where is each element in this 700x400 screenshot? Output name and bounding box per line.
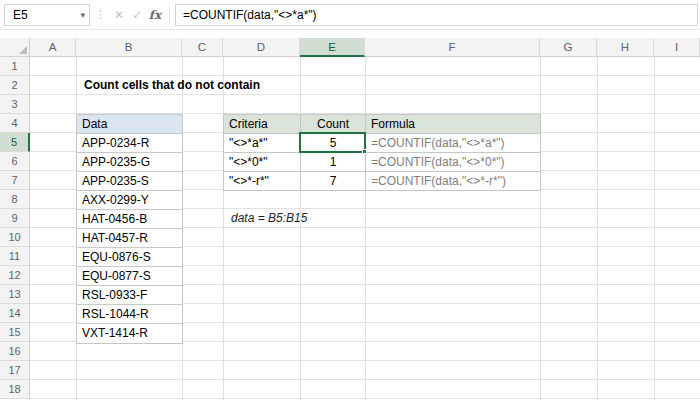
count-cell[interactable]: 1 (301, 153, 366, 172)
criteria-cell[interactable]: "<>*-r*" (224, 172, 301, 191)
row-header[interactable]: 14 (0, 304, 30, 323)
cell-area[interactable]: Count cells that do not contain Data APP… (30, 57, 700, 400)
data-cell[interactable]: APP-0235-S (77, 172, 182, 191)
data-cell[interactable]: EQU-0877-S (77, 267, 182, 286)
formula-cell[interactable]: =COUNTIF(data,"<>*-r*") (366, 172, 541, 191)
table-row: "<>*-r*" 7 =COUNTIF(data,"<>*-r*") (224, 172, 541, 191)
formula-cell[interactable]: =COUNTIF(data,"<>*a*") (366, 134, 541, 153)
data-cell[interactable]: EQU-0876-S (77, 248, 182, 267)
data-cell[interactable]: VXT-1414-R (77, 324, 182, 343)
selected-cell-outline[interactable] (299, 132, 366, 153)
data-cell[interactable]: HAT-0457-R (77, 229, 182, 248)
formula-bar-divider (169, 6, 170, 24)
row-header[interactable]: 11 (0, 247, 30, 266)
cancel-icon[interactable]: ✕ (110, 8, 128, 22)
data-cell[interactable]: RSL-1044-R (77, 305, 182, 324)
insert-function-icon[interactable]: fx (146, 8, 164, 22)
spreadsheet-grid: A B C D E F G H I 1 2 3 4 5 6 7 8 9 10 1… (0, 38, 700, 400)
column-header[interactable]: F (365, 38, 540, 57)
fill-handle[interactable] (362, 149, 367, 154)
row-header-column: 1 2 3 4 5 6 7 8 9 10 11 12 13 14 15 16 1… (0, 57, 30, 399)
name-box[interactable]: E5 ▾ (4, 4, 90, 26)
formula-cell[interactable]: =COUNTIF(data,"<>*0*") (366, 153, 541, 172)
criteria-cell[interactable]: "<>*a*" (224, 134, 301, 153)
page-title-cell[interactable]: Count cells that do not contain (84, 76, 260, 95)
gridline (300, 57, 301, 400)
column-header-row: A B C D E F G H I (0, 38, 700, 57)
count-cell[interactable]: 7 (301, 172, 366, 191)
row-header[interactable]: 6 (0, 152, 30, 171)
column-header-selected[interactable]: E (300, 38, 365, 57)
row-header[interactable]: 1 (0, 57, 30, 76)
formula-input[interactable]: =COUNTIF(data,"<>*a*") (175, 4, 698, 26)
column-header[interactable]: D (223, 38, 300, 57)
gridline (654, 57, 655, 400)
row-header[interactable]: 15 (0, 323, 30, 342)
name-box-value: E5 (13, 8, 80, 22)
row-header[interactable]: 8 (0, 190, 30, 209)
data-cell[interactable]: APP-0234-R (77, 134, 182, 153)
table-row: "<>*a*" 5 =COUNTIF(data,"<>*a*") (224, 134, 541, 153)
formula-text: =COUNTIF(data,"<>*a*") (183, 8, 317, 22)
splitter-dots-icon: ⋮ (95, 8, 105, 21)
row-header[interactable]: 13 (0, 285, 30, 304)
row-header[interactable]: 3 (0, 95, 30, 114)
column-header[interactable]: B (76, 38, 182, 57)
row-header[interactable]: 2 (0, 76, 30, 95)
row-header[interactable]: 7 (0, 171, 30, 190)
row-header[interactable]: 10 (0, 228, 30, 247)
column-header[interactable]: G (540, 38, 597, 57)
criteria-header[interactable]: Criteria (224, 115, 301, 134)
row-header-selected[interactable]: 5 (0, 133, 30, 152)
column-header[interactable]: I (654, 38, 700, 57)
column-header[interactable]: A (30, 38, 76, 57)
toolbar-gap (0, 30, 700, 38)
gridline (540, 57, 541, 400)
gridline (597, 57, 598, 400)
data-table: Data APP-0234-R APP-0235-G APP-0235-S AX… (76, 114, 183, 344)
gridline (365, 57, 366, 400)
column-header[interactable]: H (597, 38, 654, 57)
row-header[interactable]: 18 (0, 380, 30, 399)
named-range-note[interactable]: data = B5:B15 (231, 209, 307, 228)
criteria-cell[interactable]: "<>*0*" (224, 153, 301, 172)
formula-table: Criteria Count Formula "<>*a*" 5 =COUNTI… (223, 114, 541, 191)
formula-bar: E5 ▾ ⋮ ✕ ✓ fx =COUNTIF(data,"<>*a*") (0, 0, 700, 30)
data-cell[interactable]: HAT-0456-B (77, 210, 182, 229)
row-header[interactable]: 12 (0, 266, 30, 285)
column-header[interactable]: C (182, 38, 223, 57)
select-all-corner[interactable] (0, 38, 30, 57)
row-header[interactable]: 17 (0, 361, 30, 380)
row-header[interactable]: 9 (0, 209, 30, 228)
data-cell[interactable]: APP-0235-G (77, 153, 182, 172)
data-cell[interactable]: RSL-0933-F (77, 286, 182, 305)
formula-table-header-row: Criteria Count Formula (224, 115, 541, 134)
select-all-triangle-icon (19, 46, 27, 54)
enter-icon[interactable]: ✓ (128, 8, 146, 22)
row-header[interactable]: 16 (0, 342, 30, 361)
table-row: "<>*0*" 1 =COUNTIF(data,"<>*0*") (224, 153, 541, 172)
data-cell[interactable]: AXX-0299-Y (77, 191, 182, 210)
data-table-header[interactable]: Data (77, 115, 182, 134)
chevron-down-icon[interactable]: ▾ (80, 10, 85, 20)
formula-header[interactable]: Formula (366, 115, 541, 134)
gridline (223, 57, 224, 400)
row-header[interactable]: 4 (0, 114, 30, 133)
